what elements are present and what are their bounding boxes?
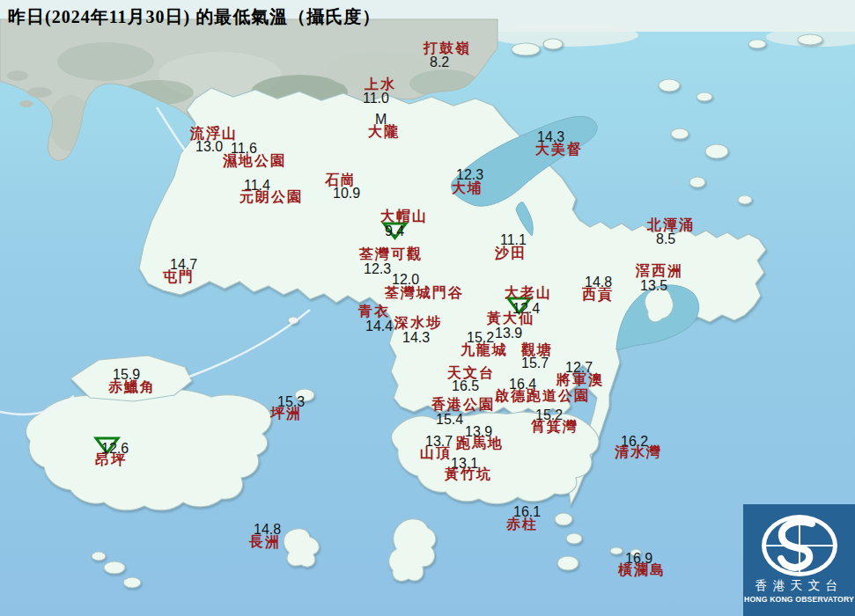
station-name-label: 黃竹坑: [445, 467, 492, 481]
station-name-label: 筲箕灣: [531, 420, 579, 434]
station-value: 15.4: [436, 413, 463, 427]
station-name-label: 香港公園: [431, 398, 495, 412]
station-name-label: 九龍城: [461, 343, 508, 357]
station-value: 15.7: [521, 356, 549, 370]
station-name-label: 坪洲: [270, 407, 302, 421]
station-name-label: 北潭涌: [647, 218, 695, 232]
station-name-label: 石崗: [325, 173, 357, 187]
station-name-label: 赤鱲角: [108, 380, 156, 394]
station-name-label: 赤柱: [506, 517, 538, 532]
station-name-label: 荃灣城門谷: [385, 286, 464, 300]
station-value: 12.3: [364, 262, 391, 276]
hko-min-temp-map: 昨日(2024年11月30日) 的最低氣溫（攝氏度） 8.2打鼓嶺11.0上水M…: [0, 0, 855, 616]
station-value: 13.0: [195, 140, 223, 154]
station-value: 13.9: [495, 326, 522, 341]
hko-logo: 香港天文台 HONG KONG OBSERVATORY: [743, 504, 855, 616]
station-name-label: 清水灣: [615, 445, 662, 459]
station-value: 14.4: [365, 319, 393, 334]
station-name-label: 天文台: [447, 366, 495, 380]
station-name-label: 大隴: [368, 125, 400, 139]
station-name-label: 將軍澳: [556, 373, 604, 387]
station-name-label: 山頂: [420, 446, 452, 460]
station-value: 8.2: [430, 55, 449, 70]
station-name-label: 西貢: [582, 288, 614, 302]
hko-logo-english: HONG KONG OBSERVATORY: [744, 596, 854, 604]
station-name-label: 大美督: [535, 143, 583, 157]
hko-emblem-icon: [759, 513, 840, 578]
station-name-label: 荃灣可觀: [359, 247, 423, 261]
station-name-label: 大帽山: [380, 209, 428, 224]
station-value: 9.4: [385, 224, 404, 238]
station-name-label: 大埔: [452, 181, 483, 195]
station-name-label: 深水埗: [394, 316, 442, 330]
station-name-label: 流浮山: [190, 127, 238, 141]
hko-logo-chinese: 香港天文台: [755, 580, 844, 592]
station-name-label: 打鼓嶺: [424, 41, 471, 55]
station-value: 10.9: [333, 187, 360, 201]
station-value: 16.5: [452, 379, 479, 393]
station-name-label: 青衣: [358, 304, 390, 319]
station-name-label: 濕地公園: [223, 154, 286, 168]
station-name-label: 啟德跑道公園: [495, 389, 590, 403]
station-name-label: 屯門: [163, 270, 195, 284]
station-layer: 8.2打鼓嶺11.0上水M大隴13.0流浮山11.6濕地公園14.3大美督11.…: [0, 0, 855, 616]
station-name-label: 橫瀾島: [618, 563, 666, 577]
station-value: 8.5: [656, 232, 675, 246]
station-name-label: 昂坪: [95, 453, 127, 467]
station-name-label: 黃大仙: [487, 312, 534, 326]
station-name-label: 滘西洲: [636, 264, 683, 278]
station-value: 14.3: [402, 331, 430, 345]
station-name-label: 觀塘: [521, 343, 553, 357]
station-name-label: 長洲: [249, 535, 281, 549]
station-name-label: 大老山: [505, 286, 552, 300]
station-name-label: 沙田: [495, 246, 527, 260]
station-name-label: 上水: [365, 77, 396, 92]
station-value: 11.0: [363, 92, 389, 106]
station-name-label: 跑馬地: [456, 436, 504, 451]
station-name-label: 元朗公園: [240, 190, 303, 204]
station-value: 13.5: [640, 279, 667, 293]
